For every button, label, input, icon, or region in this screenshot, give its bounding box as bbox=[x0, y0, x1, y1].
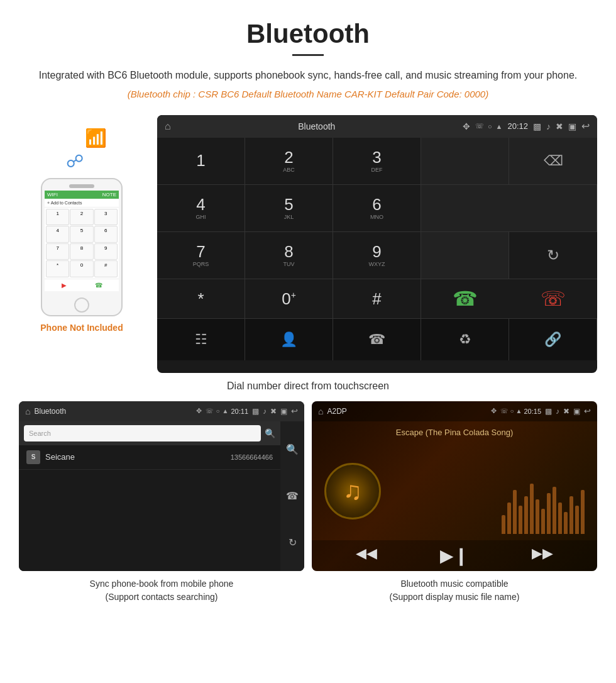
dial-row-1: 1 2 ABC 3 DEF ⌫ bbox=[157, 138, 597, 185]
pb-status-icons: ☏ ○ ▲ 20:11 bbox=[206, 408, 248, 415]
music-play-pause-icon[interactable]: ▶❙ bbox=[440, 545, 468, 566]
pb-side-call-icon[interactable]: ☎ bbox=[286, 490, 299, 502]
dial-key-2[interactable]: 2 ABC bbox=[245, 138, 333, 184]
dial-key-9[interactable]: 9 WXYZ bbox=[333, 232, 421, 279]
music-screen[interactable]: ⌂ A2DP ✥ ☏ ○ ▲ 20:15 ▩ ♪ ✖ ▣ ↩ Escape (T… bbox=[312, 401, 597, 571]
pb-screen-icon[interactable]: ▣ bbox=[280, 407, 287, 416]
eq-bar bbox=[530, 484, 534, 534]
specs-text: (Bluetooth chip : CSR BC6 Default Blueto… bbox=[38, 89, 578, 99]
phone-illustration: ☍ 📶 WIFI NOTE + Add to Contacts 1 2 3 4 … bbox=[19, 115, 145, 333]
camera-icon[interactable]: ▩ bbox=[533, 121, 541, 131]
bluetooth-icon: ☍ bbox=[66, 151, 84, 172]
pb-side-search-icon[interactable]: 🔍 bbox=[286, 443, 299, 455]
pb-side-refresh-icon[interactable]: ↻ bbox=[289, 536, 297, 548]
call-icon: ☎ bbox=[95, 282, 102, 289]
dial-row-2: 4 GHI 5 JKL 6 MNO bbox=[157, 185, 597, 232]
pb-home-icon[interactable]: ⌂ bbox=[25, 406, 30, 416]
dial-key-5[interactable]: 5 JKL bbox=[245, 185, 333, 231]
music-cam-icon[interactable]: ▩ bbox=[545, 407, 552, 416]
music-screen-icon[interactable]: ▣ bbox=[573, 407, 580, 416]
music-back-icon[interactable]: ↩ bbox=[584, 406, 591, 416]
dial-key-hash[interactable]: # bbox=[333, 279, 421, 318]
signal-arcs-icon: 📶 bbox=[85, 128, 107, 148]
wifi-icon: ▲ bbox=[496, 123, 503, 130]
bluetooth-signal: ☍ 📶 bbox=[57, 128, 107, 172]
pb-cam-icon[interactable]: ▩ bbox=[252, 407, 259, 416]
header-section: Bluetooth Integrated with BC6 Bluetooth … bbox=[0, 0, 616, 109]
volume-icon[interactable]: ♪ bbox=[546, 121, 551, 131]
eq-bar bbox=[513, 490, 517, 534]
dial-key-3[interactable]: 3 DEF bbox=[333, 138, 421, 184]
pb-status-bar: ⌂ Bluetooth ✥ ☏ ○ ▲ 20:11 ▩ ♪ ✖ ▣ ↩ bbox=[19, 401, 304, 421]
phone-speaker bbox=[69, 184, 94, 188]
contacts-icon[interactable]: 👤 bbox=[245, 319, 333, 360]
phone-dialpad: 1 2 3 4 5 6 7 8 9 * 0 # bbox=[45, 208, 119, 279]
pb-search-icon[interactable]: 🔍 bbox=[265, 428, 275, 438]
dial-endcall-button[interactable]: ☏ bbox=[509, 279, 597, 318]
phone-screen: WIFI NOTE + Add to Contacts 1 2 3 4 5 6 … bbox=[45, 191, 119, 291]
settings-bottom-icon[interactable]: 🔗 bbox=[509, 319, 597, 360]
car-dial-screen[interactable]: ⌂ Bluetooth ✥ ☏ ○ ▲ 20:12 ▩ ♪ ✖ ▣ ↩ 1 2 … bbox=[157, 115, 597, 373]
music-wifi-icon: ▲ bbox=[516, 408, 522, 415]
middle-section: ☍ 📶 WIFI NOTE + Add to Contacts 1 2 3 4 … bbox=[0, 109, 616, 373]
dial-backspace[interactable]: ⌫ bbox=[509, 138, 597, 184]
bluetooth-status-icon: ☏ bbox=[475, 122, 484, 130]
music-home-icon[interactable]: ⌂ bbox=[318, 406, 323, 416]
pb-vol-icon[interactable]: ♪ bbox=[263, 407, 267, 416]
bluetooth-bottom-icon[interactable]: ♻ bbox=[421, 319, 509, 360]
car-status-bar: ⌂ Bluetooth ✥ ☏ ○ ▲ 20:12 ▩ ♪ ✖ ▣ ↩ bbox=[157, 115, 597, 138]
screen-icon[interactable]: ▣ bbox=[568, 121, 576, 131]
dial-key-0[interactable]: 0+ bbox=[245, 279, 333, 318]
music-vol-icon[interactable]: ♪ bbox=[556, 407, 559, 416]
pb-search-input[interactable]: Search bbox=[24, 425, 261, 441]
eq-bar bbox=[575, 506, 579, 534]
pb-bt-icon: ☏ bbox=[206, 408, 214, 415]
dial-key-4[interactable]: 4 GHI bbox=[157, 185, 245, 231]
dial-key-6[interactable]: 6 MNO bbox=[333, 185, 421, 231]
music-prev-icon[interactable]: ◀◀ bbox=[356, 545, 377, 566]
music-bt-icon: ☏ bbox=[500, 408, 509, 415]
caption-phonebook: Sync phone-book from mobile phone(Suppor… bbox=[19, 577, 304, 604]
dial-row-3: 7 PQRS 8 TUV 9 WXYZ ↻ bbox=[157, 232, 597, 279]
dialpad-icon[interactable]: ☷ bbox=[157, 319, 245, 360]
music-loc-icon: ○ bbox=[510, 408, 514, 415]
dial-key-star[interactable]: * bbox=[157, 279, 245, 318]
home-icon[interactable]: ⌂ bbox=[165, 121, 171, 132]
music-close-icon[interactable]: ✖ bbox=[563, 407, 569, 416]
back-icon[interactable]: ↩ bbox=[581, 120, 590, 132]
pb-wifi-icon: ▲ bbox=[223, 408, 229, 415]
eq-bar bbox=[558, 503, 562, 534]
eq-bar bbox=[569, 496, 573, 534]
dial-key-7[interactable]: 7 PQRS bbox=[157, 232, 245, 279]
car-status-time: 20:12 bbox=[507, 121, 528, 131]
dial-call-button[interactable]: ☎ bbox=[421, 279, 509, 318]
pb-close-icon[interactable]: ✖ bbox=[270, 407, 277, 416]
dial-bottom-row: ☷ 👤 ☎ ♻ 🔗 bbox=[157, 319, 597, 360]
music-next-icon[interactable]: ▶▶ bbox=[532, 545, 553, 566]
dial-empty-2 bbox=[421, 185, 597, 231]
dial-key-8[interactable]: 8 TUV bbox=[245, 232, 333, 279]
usb-icon: ✥ bbox=[463, 121, 470, 131]
phonebook-screen[interactable]: ⌂ Bluetooth ✥ ☏ ○ ▲ 20:11 ▩ ♪ ✖ ▣ ↩ Sear… bbox=[19, 401, 304, 571]
video-icon: ▶ bbox=[62, 282, 67, 289]
phone-body: WIFI NOTE + Add to Contacts 1 2 3 4 5 6 … bbox=[41, 178, 123, 316]
pb-contact-row[interactable]: S Seicane 13566664466 bbox=[19, 445, 280, 470]
close-icon[interactable]: ✖ bbox=[556, 121, 563, 131]
car-status-icons: ☏ ○ ▲ bbox=[475, 122, 503, 130]
music-album-art: ♫ bbox=[324, 463, 381, 519]
pb-contact-name: Seicane bbox=[45, 452, 231, 462]
music-eq-bars bbox=[502, 442, 585, 540]
music-note-icon: ♫ bbox=[343, 477, 362, 505]
eq-bar bbox=[564, 512, 568, 534]
dial-refresh[interactable]: ↻ bbox=[509, 232, 597, 279]
music-status-title: A2DP bbox=[327, 407, 487, 416]
recents-icon[interactable]: ☎ bbox=[333, 319, 421, 360]
music-status-icons: ☏ ○ ▲ 20:15 bbox=[500, 408, 541, 415]
phone-topbar: WIFI NOTE bbox=[45, 191, 119, 199]
page-title: Bluetooth bbox=[38, 19, 578, 49]
pb-back-icon[interactable]: ↩ bbox=[291, 406, 298, 416]
eq-bar bbox=[547, 493, 551, 534]
pb-status-title: Bluetooth bbox=[34, 407, 192, 416]
dial-key-1[interactable]: 1 bbox=[157, 138, 245, 184]
pb-loc-icon: ○ bbox=[216, 408, 220, 415]
